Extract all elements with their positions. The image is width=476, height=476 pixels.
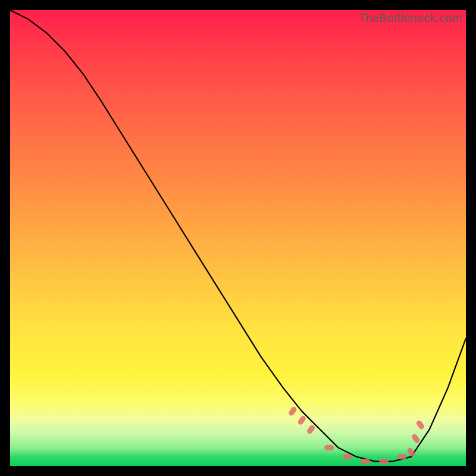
bead-marker xyxy=(379,459,389,464)
chart-frame: TheBottleneck.com xyxy=(0,0,476,476)
bead-marker xyxy=(411,433,421,444)
bead-marker xyxy=(288,406,298,416)
bead-cluster xyxy=(288,406,425,464)
bead-marker xyxy=(397,454,407,459)
bead-marker xyxy=(361,459,370,464)
curve-overlay xyxy=(10,10,466,466)
bead-marker xyxy=(297,415,307,425)
bead-marker xyxy=(324,445,334,450)
bottleneck-curve xyxy=(10,10,466,461)
bead-marker xyxy=(415,419,425,430)
bead-marker xyxy=(343,454,352,459)
bead-marker xyxy=(406,447,416,458)
attribution-watermark: TheBottleneck.com xyxy=(358,11,462,25)
bead-marker xyxy=(306,424,316,435)
plot-area: TheBottleneck.com xyxy=(10,10,466,466)
